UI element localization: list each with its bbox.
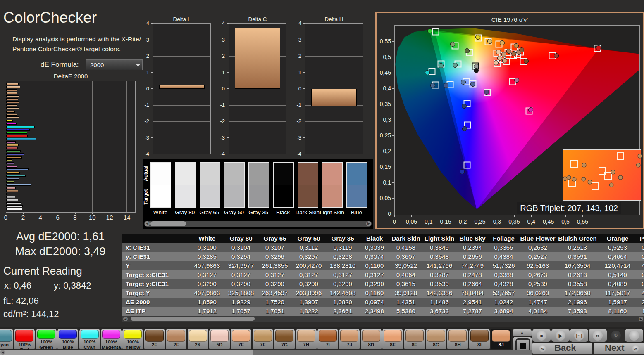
patch-button-7f[interactable]: 7F — [253, 329, 273, 349]
scroll-left-icon[interactable]: ◀ — [0, 350, 5, 355]
patch-button-7e[interactable]: 7E — [231, 329, 251, 349]
table-cell: 0,183 — [637, 252, 644, 261]
table-cell: 43,78 — [637, 261, 644, 270]
target-swatch — [175, 185, 195, 207]
swatch-label: Gray 80 — [172, 209, 198, 215]
patch-button-2k[interactable]: 2K — [188, 329, 208, 349]
cie-measured-marker — [519, 47, 524, 52]
axis-tick-label: 4 — [39, 214, 42, 221]
gridline — [75, 81, 75, 212]
patch-button-2f[interactable]: 2F — [166, 329, 186, 349]
inset-measured-marker — [636, 163, 641, 167]
panel-up-button[interactable]: ▲ — [513, 329, 532, 336]
de-bar — [6, 178, 19, 180]
patch-button-yellow[interactable]: 100%Yellow — [122, 329, 143, 349]
patch-button-5d[interactable]: 5D — [209, 329, 230, 349]
swatch-pair — [298, 162, 318, 208]
table-row-label: x: CIE31 — [122, 243, 190, 252]
de-formula-dropdown[interactable]: 2000 — [86, 59, 143, 70]
table-cell: 0,3290 — [326, 279, 360, 289]
patch-button-2e[interactable]: 2E — [144, 329, 165, 349]
axis-tick — [392, 182, 394, 183]
window-horizontal-scrollbar[interactable]: ◀ — [0, 350, 532, 355]
inset-measured-marker — [609, 183, 613, 187]
patch-color — [232, 330, 250, 342]
table-cell: 203,8996 — [292, 289, 326, 298]
axis-tick — [227, 154, 229, 154]
patch-button-8e[interactable]: 8E — [382, 329, 403, 349]
axis-tick — [303, 137, 305, 138]
cie-measured-marker — [475, 35, 480, 40]
table-scrollbar[interactable]: ◀ ▶ — [122, 316, 644, 322]
scroll-right-icon[interactable]: ▶ — [366, 221, 371, 226]
axis-tick-label: 0,55 — [377, 38, 391, 45]
swatch-scrollbar[interactable]: ◀ ▶ — [144, 221, 372, 227]
axis-tick-label: 0,5 — [377, 54, 391, 60]
patch-button-cyan[interactable]: 100%Cyan — [79, 329, 100, 349]
patch-button-magenta[interactable]: 100%Magenta — [101, 329, 122, 349]
de-bar — [6, 159, 12, 161]
patch-button-8d[interactable]: 8D — [361, 329, 382, 349]
delta-chart — [153, 23, 211, 154]
table-header-cell: Blue Flower — [519, 234, 557, 243]
table-cell: 0,3294 — [224, 252, 258, 261]
patch-button-8i[interactable]: 8I — [469, 329, 490, 349]
swatch-scrollbar-thumb[interactable] — [150, 221, 186, 226]
gridline — [229, 138, 286, 138]
scroll-right-icon[interactable]: ▶ — [639, 317, 643, 321]
cie-measured-marker — [511, 51, 516, 56]
table-row: ΔE 20001,85901,92291,75201,39071,08200,0… — [122, 298, 644, 307]
table-cell: 0,3290 — [360, 279, 389, 289]
patch-button-7i[interactable]: 7I — [317, 329, 338, 349]
axis-tick — [565, 215, 566, 217]
axis-tick-label: -3 — [291, 134, 301, 140]
inset-target-marker — [617, 152, 624, 160]
stop-icon-button[interactable]: ■ — [532, 329, 551, 342]
axis-tick — [227, 88, 229, 89]
patch-button-8h[interactable]: 8H — [447, 329, 468, 349]
table-scrollbar-thumb[interactable] — [131, 317, 255, 321]
patch-button-cyan[interactable]: Cyan — [0, 329, 13, 349]
next-button[interactable]: Next » — [594, 343, 644, 354]
table-cell: 407,9863 — [190, 289, 224, 298]
axis-tick-label: 0,3 — [377, 116, 391, 123]
patch-button-8j[interactable]: 8J — [491, 329, 511, 349]
window-scrollbar-thumb[interactable] — [253, 350, 532, 355]
blank-icon-button[interactable] — [625, 329, 643, 342]
cie-measured-marker — [487, 39, 492, 44]
table-cell: 0,3290 — [224, 279, 258, 289]
patch-button-blue[interactable]: 100%Blue — [57, 329, 78, 349]
patch-button-7j[interactable]: 7J — [339, 329, 360, 349]
patch-button-7h[interactable]: 7H — [296, 329, 317, 349]
patch-color — [15, 330, 33, 342]
refresh-icon-button[interactable]: ↻ — [607, 329, 625, 342]
patch-label: 8I — [469, 342, 490, 348]
table-cell: 0,4158 — [389, 243, 422, 252]
swatch-pair — [175, 162, 196, 208]
play-icon-button[interactable]: ▶ — [551, 329, 570, 342]
frame-markers-icon: [··] — [574, 331, 584, 341]
scroll-left-icon[interactable]: ◀ — [145, 221, 150, 226]
table-cell: 1,7057 — [224, 307, 258, 316]
patch-button-8f[interactable]: 8F — [404, 329, 425, 349]
axis-tick — [446, 215, 446, 217]
pattern-window-square-icon — [520, 343, 526, 349]
patch-color — [297, 330, 315, 342]
axis-tick-label: -2 — [139, 118, 149, 124]
patch-button-100-red[interactable]: 100% Red — [14, 329, 35, 349]
patch-color — [340, 330, 358, 342]
scroll-left-icon[interactable]: ◀ — [123, 317, 128, 321]
axis-tick-label: 0,4 — [527, 218, 535, 225]
inset-measured-marker — [587, 180, 592, 185]
patch-button-8g[interactable]: 8G — [426, 329, 446, 349]
frame-markers-icon-button[interactable]: [··] — [570, 329, 588, 342]
de2000-bar-chart — [6, 81, 136, 213]
cie-target-marker — [432, 28, 439, 36]
table-cell: 53,7657 — [489, 289, 519, 298]
axis-tick — [392, 57, 394, 57]
patch-button-7g[interactable]: 7G — [274, 329, 295, 349]
patch-button-green[interactable]: 100%Green — [36, 329, 57, 349]
infinity-loop-icon-button[interactable]: ∞ — [589, 329, 607, 342]
back-button[interactable]: « Back — [532, 343, 592, 354]
axis-tick — [392, 135, 394, 136]
